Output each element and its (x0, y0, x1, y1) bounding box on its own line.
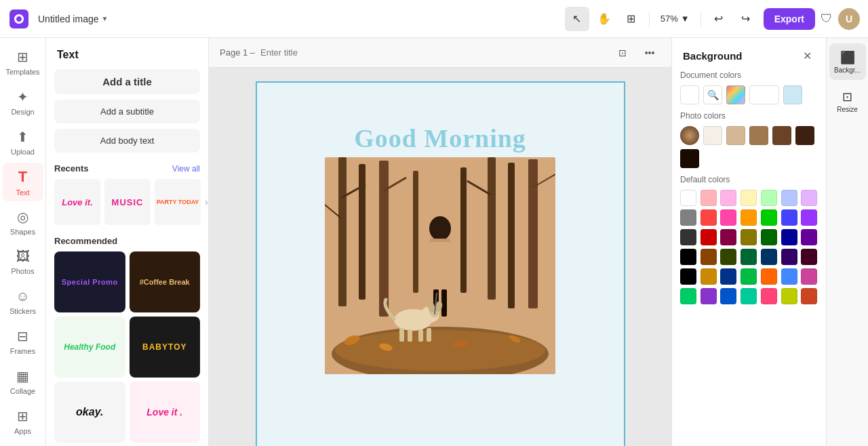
dc-orange[interactable] (741, 209, 757, 226)
dc-blue[interactable] (781, 209, 797, 226)
dc-violet[interactable] (701, 288, 717, 304)
dc-purple[interactable] (801, 209, 817, 226)
dc-darkred[interactable] (701, 229, 717, 245)
dc-hotpink[interactable] (801, 268, 817, 285)
sidebar-item-photos[interactable]: 🖼 Photos (3, 243, 43, 281)
photo-color-6[interactable] (680, 149, 699, 168)
rec-item-okay[interactable]: okay. (54, 382, 125, 443)
dc-gray[interactable] (680, 209, 696, 226)
rec-item-healthy-food[interactable]: Healthy Food (54, 317, 125, 378)
photo-color-2[interactable] (726, 126, 745, 145)
dc-green[interactable] (761, 209, 777, 226)
dc-green-light[interactable] (761, 190, 777, 206)
sidebar-item-collage[interactable]: ▦ Collage (3, 362, 43, 401)
dc-blue-light[interactable] (781, 190, 797, 206)
dc-rust[interactable] (801, 288, 817, 304)
tiny-sidebar-resize[interactable]: ⊡ Resize (829, 83, 866, 119)
dc-lime[interactable] (781, 288, 797, 304)
photo-color-3[interactable] (749, 126, 768, 145)
sidebar-item-templates[interactable]: ⊞ Templates (3, 43, 43, 82)
doc-color-white2[interactable] (749, 85, 779, 104)
dc-gold[interactable] (701, 268, 717, 285)
topbar: Untitled image ▼ ↖ ✋ ⊞ 57% ▼ ↩ ↪ Export … (0, 0, 868, 38)
canvas-frame[interactable]: Good Morning (256, 81, 625, 446)
dc-cerulean[interactable] (720, 288, 736, 304)
background-panel-close[interactable]: ✕ (799, 47, 815, 64)
sidebar-item-upload[interactable]: ⬆ Upload (3, 123, 43, 162)
sidebar-item-text[interactable]: T Text (3, 163, 43, 201)
dc-teal[interactable] (741, 249, 757, 265)
rec-item-coffee-break[interactable]: #Coffee Break (130, 251, 201, 312)
rec-item-babytoy[interactable]: BABYTOY (130, 317, 201, 378)
recent-item-music[interactable]: MUSIC (104, 179, 151, 225)
canvas-scroll[interactable]: Good Morning (209, 68, 671, 446)
photo-color-5[interactable] (795, 126, 814, 145)
dc-red[interactable] (701, 209, 717, 226)
canvas-more-button[interactable]: ••• (639, 42, 660, 64)
dc-brown[interactable] (701, 249, 717, 265)
resize-icon: ⊡ (842, 89, 852, 104)
dc-white[interactable] (680, 190, 696, 206)
photo-color-4[interactable] (772, 126, 791, 145)
rec-item-love-it[interactable]: Love it . (130, 382, 201, 443)
sidebar-item-frames[interactable]: ⊟ Frames (3, 323, 43, 361)
sidebar-item-design[interactable]: ✦ Design (3, 83, 43, 122)
sidebar-item-apps[interactable]: ⊞ Apps (3, 402, 43, 441)
recent-item-party[interactable]: PARTY TODAY (155, 179, 201, 225)
dc-coral[interactable] (761, 268, 777, 285)
canvas-image[interactable] (325, 157, 555, 374)
sidebar-item-shapes[interactable]: ◎ Shapes (3, 203, 43, 241)
export-button[interactable]: Export (764, 8, 815, 30)
hand-tool[interactable]: ✋ (592, 7, 616, 31)
dc-crimson[interactable] (761, 288, 777, 304)
dc-black2[interactable] (680, 268, 696, 285)
dc-rose-light[interactable] (720, 190, 736, 206)
canva-logo[interactable] (8, 8, 30, 30)
canvas-frame-button[interactable]: ⊡ (612, 42, 633, 64)
select-tool[interactable]: ↖ (565, 7, 589, 31)
dc-olive[interactable] (720, 249, 736, 265)
dc-yellow-light[interactable] (741, 190, 757, 206)
dc-navy[interactable] (761, 249, 777, 265)
dc-pink-light[interactable] (701, 190, 717, 206)
canvas-text-overlay[interactable]: Good Morning (354, 123, 526, 153)
undo-button[interactable]: ↩ (707, 7, 731, 31)
dc-pink[interactable] (720, 209, 736, 226)
dc-sky[interactable] (781, 268, 797, 285)
view-all-link[interactable]: View all (172, 164, 200, 174)
dc-darkpurple[interactable] (801, 229, 817, 245)
dc-darkrose[interactable] (720, 229, 736, 245)
dc-darkyellow[interactable] (741, 229, 757, 245)
add-subtitle-button[interactable]: Add a subtitle (54, 100, 200, 123)
doc-color-light-blue[interactable] (783, 85, 802, 104)
dc-aqua[interactable] (741, 288, 757, 304)
recent-item-love[interactable]: Love it. (54, 179, 100, 225)
photo-color-thumb[interactable] (680, 126, 699, 145)
dc-indigo[interactable] (781, 249, 797, 265)
dc-darkblue[interactable] (781, 229, 797, 245)
tiny-sidebar-background[interactable]: ⬛ Backgr... (829, 43, 866, 80)
add-title-button[interactable]: Add a title (54, 69, 200, 94)
add-body-button[interactable]: Add body text (54, 129, 200, 153)
avatar[interactable]: U (838, 8, 860, 30)
dc-maroon[interactable] (801, 249, 817, 265)
dc-black[interactable] (680, 249, 696, 265)
sidebar-item-stickers[interactable]: ☺ Stickers (3, 283, 43, 321)
dc-darkgreen[interactable] (761, 229, 777, 245)
photo-color-1[interactable] (703, 126, 722, 145)
page-title-input[interactable] (260, 47, 374, 58)
dc-purple-light[interactable] (801, 190, 817, 206)
layout-tool[interactable]: ⊞ (619, 7, 644, 31)
redo-button[interactable]: ↪ (734, 7, 758, 31)
dc-emerald[interactable] (741, 268, 757, 285)
zoom-control[interactable]: 57% ▼ (655, 7, 695, 31)
doc-color-gradient[interactable] (726, 85, 745, 104)
dc-mint[interactable] (680, 288, 696, 304)
dc-darkgray[interactable] (680, 229, 696, 245)
recents-next-arrow[interactable]: › (205, 179, 208, 225)
eyedropper-tool[interactable]: 🔍 (703, 85, 722, 104)
file-title[interactable]: Untitled image ▼ (38, 14, 108, 24)
rec-item-special-promo[interactable]: Special Promo (54, 251, 125, 312)
dc-royal[interactable] (720, 268, 736, 285)
doc-color-white[interactable] (680, 85, 699, 104)
